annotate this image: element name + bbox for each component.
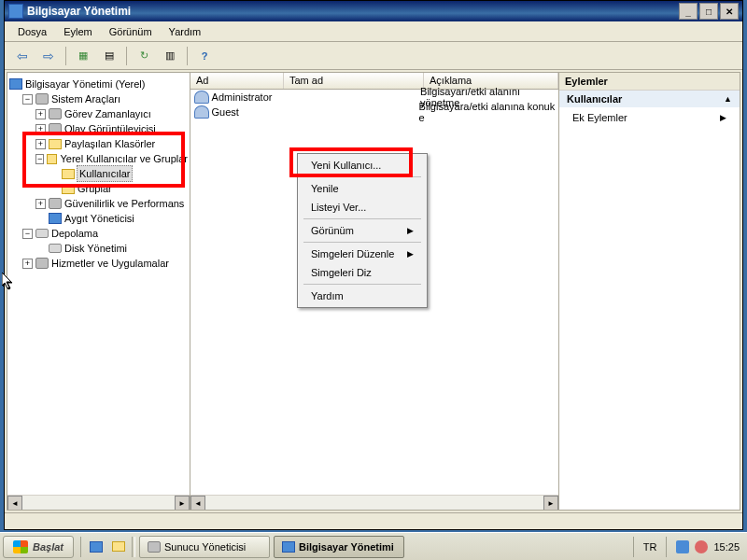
actions-title: Eylemler bbox=[559, 73, 740, 91]
ctx-line-up-icons[interactable]: Simgeleri Diz bbox=[300, 263, 425, 282]
titlebar-left: Bilgisayar Yönetimi bbox=[8, 4, 131, 19]
col-full-name[interactable]: Tam ad bbox=[284, 73, 424, 89]
ctx-view-label: Görünüm bbox=[311, 225, 354, 236]
folder-icon bbox=[62, 184, 75, 194]
expand-icon[interactable]: + bbox=[35, 109, 46, 119]
tray-network-icon[interactable] bbox=[676, 540, 689, 553]
tree-label-selected: Kullanıcılar bbox=[77, 165, 133, 182]
collapse-icon[interactable]: − bbox=[35, 154, 44, 164]
menu-help[interactable]: Yardım bbox=[162, 24, 209, 39]
actions-group[interactable]: Kullanıcılar ▲ bbox=[559, 91, 740, 107]
tray-clock[interactable]: 15:25 bbox=[713, 541, 740, 553]
ctx-arrange-label: Simgeleri Düzenle bbox=[311, 248, 394, 259]
scroll-track[interactable] bbox=[22, 496, 175, 510]
tree-label: Hizmetler ve Uygulamalar bbox=[51, 256, 169, 271]
maximize-button[interactable]: □ bbox=[699, 3, 718, 20]
tool-export[interactable]: ▥ bbox=[158, 45, 182, 67]
tree-storage[interactable]: − Depolama bbox=[9, 226, 188, 241]
tool-add[interactable]: ▦ bbox=[71, 45, 95, 67]
cell-name: Administrator bbox=[212, 91, 285, 103]
window-title: Bilgisayar Yönetimi bbox=[27, 5, 131, 18]
scroll-right-button[interactable]: ► bbox=[543, 496, 558, 510]
ctx-help[interactable]: Yardım bbox=[300, 287, 425, 305]
computer-icon bbox=[9, 78, 22, 90]
expand-icon[interactable]: + bbox=[35, 199, 46, 209]
collapse-icon[interactable]: − bbox=[22, 94, 33, 105]
tree-label: Görev Zamanlayıcı bbox=[64, 106, 151, 121]
col-name[interactable]: Ad bbox=[190, 73, 284, 89]
tree-shared-folders[interactable]: + Paylaşılan Klasörler bbox=[9, 136, 188, 151]
ctx-separator bbox=[303, 242, 421, 243]
taskbar-separator bbox=[132, 537, 135, 557]
chevron-right-icon: ▶ bbox=[407, 249, 414, 259]
tree-scrollbar[interactable]: ◄ ► bbox=[7, 495, 190, 510]
actions-group-label: Kullanıcılar bbox=[567, 93, 622, 105]
tree-event-viewer[interactable]: + Olay Görüntüleyicisi bbox=[9, 121, 188, 136]
minimize-button[interactable]: _ bbox=[679, 3, 698, 20]
tree-users[interactable]: Kullanıcılar bbox=[9, 166, 188, 181]
tree-root[interactable]: Bilgisayar Yönetimi (Yerel) bbox=[9, 77, 188, 91]
taskbar-task-computer-mgmt[interactable]: Bilgisayar Yönetimi bbox=[274, 536, 404, 558]
ctx-arrange-icons[interactable]: Simgeleri Düzenle ▶ bbox=[300, 245, 425, 263]
scroll-left-button[interactable]: ◄ bbox=[190, 496, 205, 510]
blank-expander bbox=[49, 169, 59, 179]
window-controls: _ □ ✕ bbox=[679, 3, 739, 20]
actions-more[interactable]: Ek Eylemler ▶ bbox=[559, 107, 740, 128]
ctx-refresh[interactable]: Yenile bbox=[300, 179, 425, 198]
explorer-icon bbox=[112, 541, 125, 552]
close-button[interactable]: ✕ bbox=[720, 3, 739, 20]
tree-label: Disk Yönetimi bbox=[64, 241, 127, 256]
tray-language[interactable]: TR bbox=[643, 541, 657, 553]
tree-label: Paylaşılan Klasörler bbox=[64, 136, 155, 151]
toolbar-separator bbox=[126, 47, 127, 65]
toolbar: ⇦ ⇨ ▦ ▤ ↻ ▥ ? bbox=[5, 42, 742, 70]
tree-task-scheduler[interactable]: + Görev Zamanlayıcı bbox=[9, 106, 188, 121]
tree-label: Olay Görüntüleyicisi bbox=[64, 121, 156, 136]
expand-icon[interactable]: + bbox=[35, 139, 46, 149]
forward-button[interactable]: ⇨ bbox=[36, 45, 61, 67]
ctx-view[interactable]: Görünüm ▶ bbox=[300, 221, 425, 240]
menu-action[interactable]: Eylem bbox=[56, 24, 100, 39]
menu-file[interactable]: Dosya bbox=[10, 24, 54, 39]
tree: Bilgisayar Yönetimi (Yerel) − Sistem Ara… bbox=[7, 73, 190, 274]
tree-label: Güvenilirlik ve Performans bbox=[64, 196, 184, 211]
chevron-right-icon: ▶ bbox=[407, 226, 414, 235]
tree-groups[interactable]: Gruplar bbox=[9, 181, 188, 196]
tree-pane: Bilgisayar Yönetimi (Yerel) − Sistem Ara… bbox=[7, 73, 190, 510]
tool-properties[interactable]: ▤ bbox=[97, 45, 121, 67]
tree-system-tools[interactable]: − Sistem Araçları bbox=[9, 91, 188, 106]
taskbar-task-server-manager[interactable]: Sunucu Yöneticisi bbox=[139, 536, 270, 558]
quicklaunch-explorer[interactable] bbox=[109, 538, 128, 556]
titlebar[interactable]: Bilgisayar Yönetimi _ □ ✕ bbox=[5, 1, 742, 21]
tray-security-icon[interactable] bbox=[695, 540, 708, 553]
tree-services-apps[interactable]: + Hizmetler ve Uygulamalar bbox=[9, 256, 188, 271]
expand-icon[interactable]: + bbox=[35, 124, 46, 134]
scroll-left-button[interactable]: ◄ bbox=[7, 496, 22, 510]
ctx-export-list[interactable]: Listeyi Ver... bbox=[300, 198, 425, 217]
ctx-separator bbox=[303, 284, 421, 285]
collapse-icon[interactable]: − bbox=[22, 229, 33, 239]
storage-icon bbox=[35, 229, 49, 238]
tool-help[interactable]: ? bbox=[192, 45, 217, 67]
start-button[interactable]: Başlat bbox=[3, 536, 74, 558]
list-row[interactable]: Guest Bilgisayara/etki alanına konuk e bbox=[190, 105, 558, 119]
tree-local-users-groups[interactable]: − Yerel Kullanıcılar ve Gruplar bbox=[9, 151, 188, 166]
user-icon bbox=[194, 91, 209, 104]
list-scrollbar[interactable]: ◄ ► bbox=[190, 495, 558, 510]
scroll-right-button[interactable]: ► bbox=[175, 496, 190, 510]
actions-pane: Eylemler Kullanıcılar ▲ Ek Eylemler ▶ bbox=[559, 73, 740, 510]
tree-disk-management[interactable]: Disk Yönetimi bbox=[9, 241, 188, 256]
tray-separator bbox=[633, 537, 634, 557]
tool-refresh[interactable]: ↻ bbox=[132, 45, 156, 67]
toolbar-separator bbox=[187, 47, 188, 65]
chevron-up-icon: ▲ bbox=[724, 94, 732, 104]
tree-device-manager[interactable]: Aygıt Yöneticisi bbox=[9, 211, 188, 226]
tree-reliability-perf[interactable]: + Güvenilirlik ve Performans bbox=[9, 196, 188, 211]
ctx-new-user[interactable]: Yeni Kullanıcı... bbox=[300, 156, 425, 175]
scroll-track[interactable] bbox=[205, 496, 543, 510]
menu-view[interactable]: Görünüm bbox=[102, 24, 160, 39]
quicklaunch-desktop[interactable] bbox=[87, 538, 106, 556]
back-button[interactable]: ⇦ bbox=[10, 45, 35, 67]
folder-icon bbox=[49, 139, 62, 149]
expand-icon[interactable]: + bbox=[22, 259, 33, 269]
